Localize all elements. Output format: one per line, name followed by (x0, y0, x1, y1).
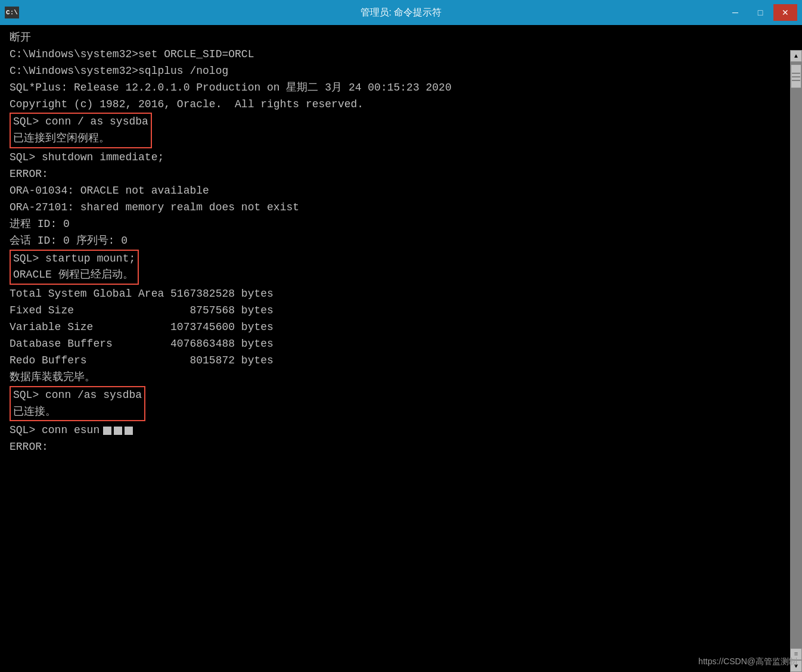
term-line: Copyright (c) 1982, 2016, Oracle. All ri… (10, 97, 781, 113)
term-line: Redo Buffers 8015872 bytes (10, 353, 781, 369)
term-line: 数据库装载完毕。 (10, 369, 781, 386)
term-line: SQL> startup mount; (13, 251, 135, 267)
close-button[interactable]: ✕ (773, 4, 797, 21)
scrollbar[interactable]: ▲ ≡ ▼ (790, 50, 802, 672)
term-line: Database Buffers 4076863488 bytes (10, 336, 781, 353)
term-line: 断开 (10, 30, 781, 46)
highlighted-block-conn: SQL> conn / as sysdba已连接到空闲例程。 (10, 113, 152, 148)
term-line: Total System Global Area 5167382528 byte… (10, 286, 781, 303)
term-line: SQL> shutdown immediate; (10, 150, 781, 166)
titlebar: C:\ 管理员: 命令提示符 ─ □ ✕ (0, 0, 802, 25)
term-line: 会话 ID: 0 序列号: 0 (10, 233, 781, 250)
minimize-button[interactable]: ─ (723, 4, 747, 21)
window-controls: ─ □ ✕ (723, 4, 797, 21)
window-title: 管理员: 命令提示符 (360, 7, 442, 19)
term-line: SQL> conn /as sysdba (13, 387, 142, 404)
highlighted-block-startup: SQL> startup mount;ORACLE 例程已经启动。 (10, 250, 139, 285)
term-line: Fixed Size 8757568 bytes (10, 303, 781, 319)
scroll-up-arrow[interactable]: ▲ (790, 50, 802, 62)
watermark: https://CSDN@高管监测制 (698, 657, 797, 667)
term-line: SQL> conn / as sysdba (13, 114, 148, 130)
term-line: SQL*Plus: Release 12.2.0.1.0 Production … (10, 80, 781, 97)
term-line: C:\Windows\system32>sqlplus /nolog (10, 63, 781, 80)
highlighted-block-conn2: SQL> conn /as sysdba已连接。 (10, 386, 145, 422)
term-line: ORA-27101: shared memory realm does not … (10, 200, 781, 216)
scrollbar-track[interactable] (790, 62, 802, 648)
term-cursor-line: SQL> conn esun (10, 422, 781, 439)
cmd-icon: C:\ (5, 7, 19, 18)
term-line: 已连接。 (13, 404, 142, 421)
terminal-output: 断开C:\Windows\system32>set ORCLE_SID=ORCL… (0, 25, 790, 647)
term-line: ERROR: (10, 439, 781, 456)
term-line: ORACLE 例程已经启动。 (13, 267, 135, 284)
term-line: 进程 ID: 0 (10, 216, 781, 233)
cursor-blocks (103, 427, 133, 435)
term-line: Variable Size 1073745600 bytes (10, 319, 781, 336)
term-line: 已连接到空闲例程。 (13, 130, 148, 147)
term-line: ERROR: (10, 166, 781, 183)
term-line: C:\Windows\system32>set ORCLE_SID=ORCL (10, 46, 781, 63)
titlebar-left: C:\ (5, 7, 19, 18)
maximize-button[interactable]: □ (748, 4, 772, 21)
term-line: ORA-01034: ORACLE not available (10, 183, 781, 200)
